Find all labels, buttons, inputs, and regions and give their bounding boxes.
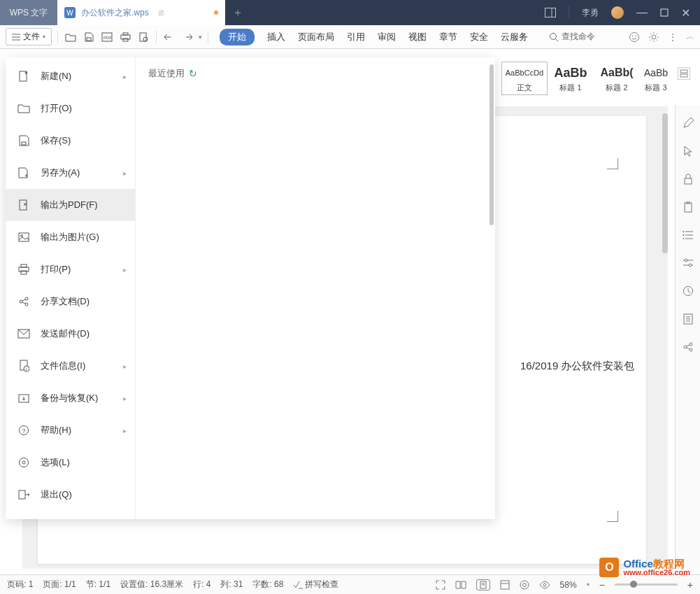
- file-menu-export-pdf[interactable]: 输出为PDF(F): [6, 189, 135, 221]
- ribbon-tab-security[interactable]: 安全: [470, 31, 488, 43]
- style-heading3[interactable]: AaBb 标题 3: [640, 62, 672, 95]
- presentation-icon[interactable]: ⎚: [159, 8, 164, 17]
- svg-point-75: [520, 581, 529, 589]
- ribbon-tab-references[interactable]: 引用: [347, 31, 365, 43]
- ribbon-tab-view[interactable]: 视图: [408, 31, 427, 43]
- status-setting[interactable]: 设置值: 16.3厘米: [120, 579, 183, 591]
- file-menu-help[interactable]: ?帮助(H)▸: [6, 414, 135, 446]
- file-menu-saveas[interactable]: 另存为(A)▸: [6, 157, 135, 189]
- web-view-icon[interactable]: [520, 580, 529, 590]
- backup-icon: [17, 391, 31, 405]
- style-normal[interactable]: AaBbCcDd 正文: [501, 62, 548, 95]
- search-command[interactable]: 查找命令: [549, 31, 595, 43]
- status-row[interactable]: 行: 4: [193, 579, 210, 591]
- open-icon[interactable]: [64, 30, 78, 44]
- zoom-slider[interactable]: [615, 584, 678, 586]
- file-menu-info[interactable]: i文件信息(I)▸: [6, 350, 135, 382]
- status-page-of[interactable]: 页面: 1/1: [43, 579, 76, 591]
- svg-text:PDF: PDF: [103, 36, 112, 40]
- close-button[interactable]: ✕: [681, 6, 690, 20]
- status-section[interactable]: 节: 1/1: [86, 579, 110, 591]
- ribbon-tab-layout[interactable]: 页面布局: [298, 31, 334, 43]
- user-name[interactable]: 李勇: [582, 7, 599, 19]
- ribbon-tab-cloud[interactable]: 云服务: [501, 31, 528, 43]
- refresh-icon[interactable]: ↻: [189, 68, 197, 79]
- more-icon[interactable]: ⋮: [668, 31, 678, 43]
- chevron-down-icon: ▾: [43, 34, 45, 40]
- file-menu-exit[interactable]: 退出(Q): [6, 479, 135, 511]
- status-spellcheck[interactable]: 拼写检查: [293, 579, 338, 591]
- hamburger-icon: [12, 34, 20, 41]
- print-icon[interactable]: [118, 30, 132, 44]
- new-tab-button[interactable]: ＋: [225, 0, 250, 25]
- settings-icon[interactable]: [681, 256, 695, 270]
- zoom-in-button[interactable]: +: [687, 579, 693, 591]
- scrollbar-thumb[interactable]: [662, 113, 668, 253]
- page-view-icon[interactable]: [476, 579, 490, 591]
- clipboard-icon[interactable]: [681, 200, 695, 214]
- chevron-right-icon: ▸: [123, 427, 127, 434]
- status-chars[interactable]: 字数: 68: [252, 579, 283, 591]
- ribbon-tab-insert[interactable]: 插入: [267, 31, 285, 43]
- collapse-ribbon-icon[interactable]: ︿: [686, 31, 694, 43]
- zoom-value[interactable]: 58%: [560, 580, 577, 590]
- outline-view-icon[interactable]: [500, 580, 510, 590]
- app-tab[interactable]: WPS 文字: [0, 0, 57, 25]
- chevron-down-icon[interactable]: ▾: [587, 581, 590, 588]
- file-menu-share[interactable]: 分享文档(D): [6, 285, 135, 318]
- file-menu-save[interactable]: 保存(S): [6, 125, 135, 157]
- recent-scrollbar[interactable]: [490, 64, 494, 225]
- list-icon[interactable]: [681, 228, 695, 242]
- lock-icon[interactable]: [681, 172, 695, 186]
- share-icon[interactable]: [681, 340, 695, 354]
- avatar[interactable]: [611, 6, 624, 19]
- gear-icon[interactable]: [648, 31, 659, 43]
- style-heading2[interactable]: AaBb( 标题 2: [594, 62, 640, 95]
- svg-point-27: [21, 235, 23, 237]
- svg-rect-45: [19, 490, 25, 499]
- history-icon[interactable]: [681, 284, 695, 298]
- pencil-icon[interactable]: [681, 116, 695, 130]
- styles-expand-handle[interactable]: [678, 67, 690, 80]
- svg-rect-6: [87, 38, 91, 41]
- document-tab[interactable]: W 办公软件之家.wps ⎚: [57, 0, 225, 25]
- recent-label: 最近使用: [148, 67, 185, 80]
- undo-icon[interactable]: [162, 30, 176, 44]
- zoom-out-button[interactable]: −: [599, 579, 605, 591]
- file-menu-export-image[interactable]: 输出为图片(G): [6, 221, 135, 253]
- minimize-button[interactable]: —: [636, 6, 648, 19]
- read-view-icon[interactable]: [455, 580, 466, 590]
- svg-point-19: [652, 35, 656, 39]
- style-heading1[interactable]: AaBb 标题 1: [548, 62, 594, 95]
- toolbar: 文件 ▾ PDF ▾ 开始 插入 页面布局 引用 审阅 视图 章节 安全 云服务…: [0, 25, 700, 49]
- svg-rect-0: [545, 8, 556, 17]
- ribbon-tab-chapter[interactable]: 章节: [439, 31, 457, 43]
- save-icon[interactable]: [82, 30, 96, 44]
- layout-icon[interactable]: [545, 8, 556, 17]
- svg-point-64: [684, 346, 687, 348]
- file-menu-button[interactable]: 文件 ▾: [6, 28, 52, 45]
- file-menu-print[interactable]: 打印(P)▸: [6, 253, 135, 285]
- zoom-knob[interactable]: [630, 581, 637, 588]
- file-menu-send-mail[interactable]: 发送邮件(D): [6, 318, 135, 350]
- properties-icon[interactable]: [681, 312, 695, 326]
- file-menu-backup[interactable]: 备份与恢复(K)▸: [6, 382, 135, 414]
- redo-icon[interactable]: [180, 30, 194, 44]
- emoji-icon[interactable]: [629, 31, 640, 43]
- eye-icon[interactable]: [539, 581, 550, 589]
- ribbon-tab-start[interactable]: 开始: [220, 29, 255, 45]
- status-col[interactable]: 列: 31: [220, 579, 243, 591]
- dropdown-more-icon[interactable]: ▾: [199, 34, 202, 41]
- cursor-icon[interactable]: [681, 144, 695, 158]
- ribbon-tab-review[interactable]: 审阅: [378, 31, 396, 43]
- file-menu-open[interactable]: 打开(O): [6, 92, 135, 125]
- print-preview-icon[interactable]: [136, 30, 150, 44]
- fullscreen-icon[interactable]: [436, 580, 445, 590]
- svg-rect-73: [501, 581, 509, 589]
- file-menu-new[interactable]: ✦新建(N)▸: [6, 60, 135, 92]
- file-menu-options[interactable]: 选项(L): [6, 446, 135, 479]
- vertical-scrollbar[interactable]: [661, 113, 668, 562]
- maximize-button[interactable]: [660, 8, 669, 17]
- export-pdf-icon[interactable]: PDF: [100, 30, 114, 44]
- status-page-no[interactable]: 页码: 1: [7, 579, 33, 591]
